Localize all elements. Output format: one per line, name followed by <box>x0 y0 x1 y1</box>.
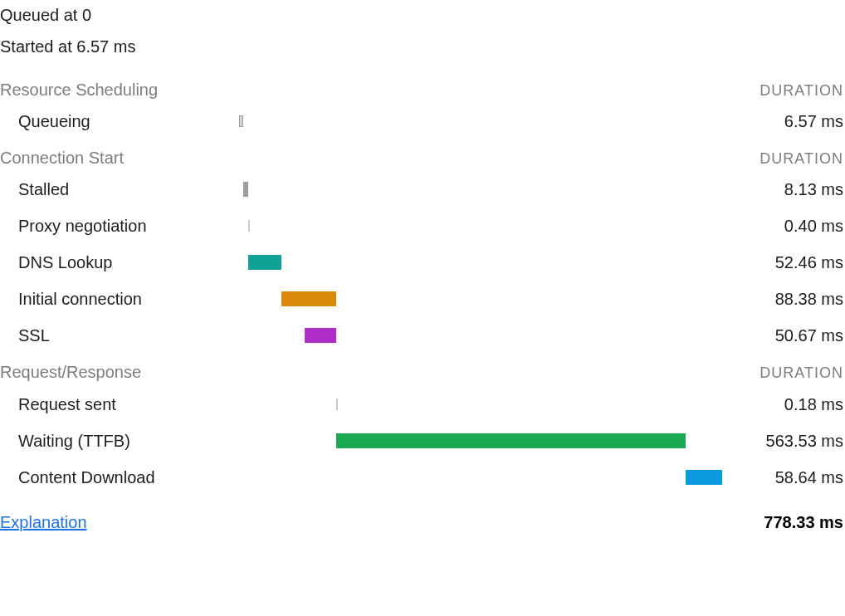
phase-duration: 0.40 ms <box>722 214 845 237</box>
timing-grid: Stalled8.13 msProxy negotiation0.40 msDN… <box>0 178 843 347</box>
timing-bar-cell <box>239 112 722 130</box>
duration-column-label: DURATION <box>760 363 843 384</box>
section-title: Request/Response <box>0 360 141 384</box>
timing-bar-cell <box>239 180 722 198</box>
explanation-link[interactable]: Explanation <box>0 511 87 534</box>
phase-duration: 6.57 ms <box>722 110 845 133</box>
timing-section: Resource SchedulingDURATIONQueueing6.57 … <box>0 78 843 133</box>
timing-bar <box>248 255 281 270</box>
phase-label: Content Download <box>0 466 239 489</box>
phase-label: DNS Lookup <box>0 251 239 274</box>
total-duration: 778.33 ms <box>764 511 843 534</box>
started-at-text: Started at 6.57 ms <box>0 35 843 58</box>
section-header: Connection StartDURATION <box>0 146 843 169</box>
phase-label: Queueing <box>0 110 239 133</box>
timing-bar <box>239 115 243 127</box>
phase-duration: 8.13 ms <box>722 178 845 201</box>
timing-bar-cell <box>239 432 722 450</box>
timing-bar <box>248 220 250 232</box>
timing-bar-cell <box>239 290 722 308</box>
phase-label: Initial connection <box>0 287 239 310</box>
timing-bar <box>686 470 722 485</box>
phase-label: SSL <box>0 324 239 347</box>
phase-label: Proxy negotiation <box>0 214 239 237</box>
phase-duration: 88.38 ms <box>722 287 845 310</box>
timing-section: Connection StartDURATIONStalled8.13 msPr… <box>0 146 843 347</box>
timing-bar-cell <box>239 468 722 486</box>
section-header: Resource SchedulingDURATION <box>0 78 843 101</box>
timing-bar-cell <box>239 217 722 235</box>
timing-bar <box>243 182 248 197</box>
section-title: Connection Start <box>0 146 124 169</box>
phase-duration: 0.18 ms <box>722 393 845 416</box>
phase-duration: 50.67 ms <box>722 324 845 347</box>
timing-bar-cell <box>239 253 722 271</box>
timing-section: Request/ResponseDURATIONRequest sent0.18… <box>0 360 843 488</box>
timing-bar <box>336 433 686 448</box>
timing-bar-cell <box>239 395 722 413</box>
timing-bar <box>305 328 336 343</box>
timing-grid: Request sent0.18 msWaiting (TTFB)563.53 … <box>0 393 843 489</box>
timing-bar <box>281 291 336 306</box>
timing-grid: Queueing6.57 ms <box>0 110 843 133</box>
phase-label: Waiting (TTFB) <box>0 429 239 452</box>
duration-column-label: DURATION <box>760 81 843 101</box>
phase-label: Stalled <box>0 178 239 201</box>
section-title: Resource Scheduling <box>0 78 158 101</box>
timing-bar-cell <box>239 326 722 345</box>
queued-at-text: Queued at 0 <box>0 3 843 27</box>
phase-duration: 563.53 ms <box>722 429 845 452</box>
phase-duration: 52.46 ms <box>722 251 845 274</box>
phase-duration: 58.64 ms <box>722 466 845 489</box>
section-header: Request/ResponseDURATION <box>0 360 843 384</box>
phase-label: Request sent <box>0 393 239 416</box>
duration-column-label: DURATION <box>760 149 843 169</box>
timing-bar <box>336 398 338 410</box>
